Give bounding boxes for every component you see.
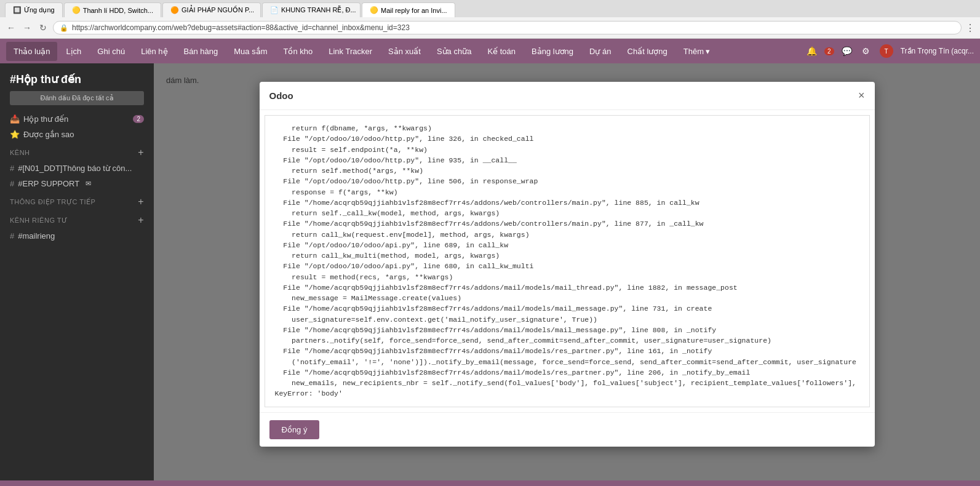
sidebar-channel-n01[interactable]: # #[N01_DDT]Thông báo từ côn... bbox=[0, 161, 154, 176]
browser-chrome: 🔲 Ứng dụng 🟡 Thanh lí HDD, Switch... 🟠 G… bbox=[0, 0, 980, 39]
tab-1-icon: 🟡 bbox=[72, 6, 81, 14]
browser-menu-icon[interactable]: ⋮ bbox=[965, 22, 975, 34]
main-content: #Hộp thư đến Đánh dấu Đã đọc tất cả 📥 Hộ… bbox=[0, 63, 980, 480]
nav-item-thaoluan[interactable]: Thảo luận bbox=[6, 42, 57, 61]
reload-button[interactable]: ↻ bbox=[37, 22, 49, 34]
nav-item-banhang[interactable]: Bán hàng bbox=[177, 42, 226, 61]
nav-item-linktracker[interactable]: Link Tracker bbox=[321, 42, 380, 61]
nav-item-muasam[interactable]: Mua sắm bbox=[226, 42, 274, 61]
user-name: Trần Trọng Tín (acqr... bbox=[901, 47, 974, 55]
right-area: dám làm. Odoo × return f(dbname, *args, … bbox=[154, 63, 980, 480]
hash-icon: # bbox=[10, 164, 14, 173]
modal-title: Odoo bbox=[269, 90, 293, 101]
mark-read-button[interactable]: Đánh dấu Đã đọc tất cả bbox=[10, 91, 144, 105]
tab-apps-icon: 🔲 bbox=[13, 6, 22, 14]
inbox-badge: 2 bbox=[133, 115, 144, 123]
browser-nav-bar: ← → ↻ 🔒 https://archworldcompany.com/web… bbox=[0, 17, 980, 38]
nav-item-duan[interactable]: Dự án bbox=[582, 42, 618, 61]
nav-item-ketoan[interactable]: Kế toán bbox=[480, 42, 523, 61]
modal-close-button[interactable]: × bbox=[858, 89, 865, 102]
app-container: Thảo luận Lịch Ghi chú Liên hệ Bán hàng … bbox=[0, 39, 980, 480]
nav-item-them[interactable]: Thêm ▾ bbox=[676, 42, 717, 61]
browser-tab-2[interactable]: 🟠 GIẢI PHÁP NGUỒN P... bbox=[162, 2, 261, 17]
hash-icon-2: # bbox=[10, 179, 14, 188]
browser-tab-1[interactable]: 🟡 Thanh lí HDD, Switch... bbox=[64, 2, 161, 17]
modal-footer: Đồng ý bbox=[260, 412, 875, 447]
add-channel-button[interactable]: + bbox=[138, 147, 144, 158]
modal-header: Odoo × bbox=[260, 82, 875, 110]
nav-item-suachua[interactable]: Sửa chữa bbox=[429, 42, 479, 61]
modal-body: return f(dbname, *args, **kwargs) File "… bbox=[260, 110, 875, 412]
nav-item-lich[interactable]: Lịch bbox=[58, 42, 89, 61]
private-label: KÊNH RIÊNG TƯ + bbox=[10, 215, 144, 226]
add-private-button[interactable]: + bbox=[138, 215, 144, 226]
sidebar-item-starred[interactable]: ⭐ Được gắn sao bbox=[0, 127, 154, 142]
chevron-down-icon: ▾ bbox=[706, 47, 710, 56]
sidebar-title: #Hộp thư đến bbox=[10, 73, 144, 86]
address-bar[interactable]: 🔒 https://archworldcompany.com/web?debug… bbox=[53, 21, 962, 34]
nav-item-chatluong[interactable]: Chất lượng bbox=[620, 42, 675, 61]
chat-icon[interactable]: 💬 bbox=[839, 44, 855, 58]
nav-item-tonkho[interactable]: Tồn kho bbox=[276, 42, 320, 61]
error-modal: Odoo × return f(dbname, *args, **kwargs)… bbox=[260, 82, 875, 447]
nav-right: 🔔 2 💬 ⚙ T Trần Trọng Tín (acqr... bbox=[804, 42, 974, 60]
channels-label: KÊNH + bbox=[10, 147, 144, 158]
nav-item-lienhe[interactable]: Liên hệ bbox=[133, 42, 175, 61]
user-menu[interactable]: T bbox=[877, 42, 896, 60]
nav-item-sanxuat[interactable]: Sản xuất bbox=[381, 42, 428, 61]
top-nav: Thảo luận Lịch Ghi chú Liên hệ Bán hàng … bbox=[0, 39, 980, 63]
add-direct-button[interactable]: + bbox=[138, 196, 144, 207]
error-traceback[interactable]: return f(dbname, *args, **kwargs) File "… bbox=[265, 115, 870, 407]
direct-label: THÔNG ĐIỆP TRỰC TIẾP + bbox=[10, 196, 144, 207]
sidebar-item-inbox[interactable]: 📥 Hộp thư đến 2 bbox=[0, 111, 154, 127]
notification-icon[interactable]: 🔔 bbox=[804, 44, 819, 58]
sidebar-channel-erp[interactable]: # #ERP SUPPORT ✉ bbox=[0, 176, 154, 191]
sidebar-channel-mailrieng[interactable]: # #mailrieng bbox=[0, 228, 154, 244]
nav-item-bangluong[interactable]: Bảng lương bbox=[524, 42, 581, 61]
browser-tab-active[interactable]: 🟡 Mail reply for an Invi... bbox=[362, 2, 455, 17]
private-section: KÊNH RIÊNG TƯ + bbox=[0, 210, 154, 228]
tab-active-icon: 🟡 bbox=[370, 6, 378, 14]
browser-tab-apps[interactable]: 🔲 Ứng dụng bbox=[5, 2, 63, 17]
inbox-icon: 📥 bbox=[10, 114, 20, 124]
email-icon: ✉ bbox=[86, 180, 91, 188]
modal-overlay: Odoo × return f(dbname, *args, **kwargs)… bbox=[154, 63, 980, 480]
tab-2-icon: 🟠 bbox=[170, 6, 179, 14]
tab-3-icon: 📄 bbox=[270, 6, 279, 14]
browser-tab-3[interactable]: 📄 KHUNG TRANH RẼ, Đ... bbox=[262, 2, 361, 17]
lock-icon: 🔒 bbox=[60, 24, 68, 32]
ok-button[interactable]: Đồng ý bbox=[269, 420, 320, 439]
direct-section: THÔNG ĐIỆP TRỰC TIẾP + bbox=[0, 191, 154, 210]
star-icon: ⭐ bbox=[10, 130, 20, 139]
settings-icon[interactable]: ⚙ bbox=[859, 44, 872, 58]
address-text: https://archworldcompany.com/web?debug=a… bbox=[72, 23, 955, 32]
browser-tabs: 🔲 Ứng dụng 🟡 Thanh lí HDD, Switch... 🟠 G… bbox=[0, 0, 980, 17]
channels-section: KÊNH + bbox=[0, 142, 154, 161]
sidebar-header: #Hộp thư đến Đánh dấu Đã đọc tất cả bbox=[0, 63, 154, 111]
back-button[interactable]: ← bbox=[5, 22, 17, 34]
nav-item-ghichu[interactable]: Ghi chú bbox=[90, 42, 132, 61]
sidebar: #Hộp thư đến Đánh dấu Đã đọc tất cả 📥 Hộ… bbox=[0, 63, 154, 480]
hash-icon-3: # bbox=[10, 231, 14, 241]
user-avatar: T bbox=[880, 44, 893, 58]
forward-button[interactable]: → bbox=[21, 22, 33, 34]
notification-badge: 2 bbox=[824, 47, 834, 55]
